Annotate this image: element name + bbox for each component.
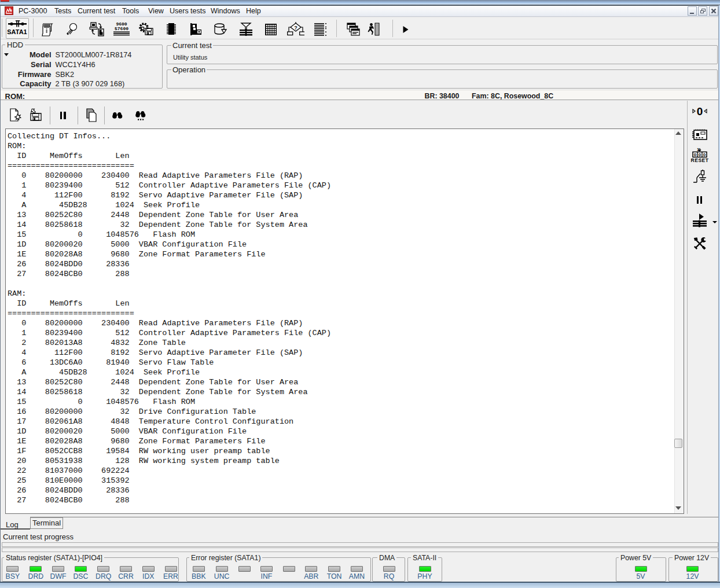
- svg-text:0: 0: [703, 152, 706, 157]
- svg-text:0: 0: [698, 152, 701, 157]
- svg-text:1: 1: [697, 147, 700, 152]
- svg-text:0: 0: [696, 105, 703, 117]
- svg-text:RESET: RESET: [690, 157, 708, 163]
- svg-text:0: 0: [693, 152, 696, 157]
- svg-text:?: ?: [294, 25, 297, 31]
